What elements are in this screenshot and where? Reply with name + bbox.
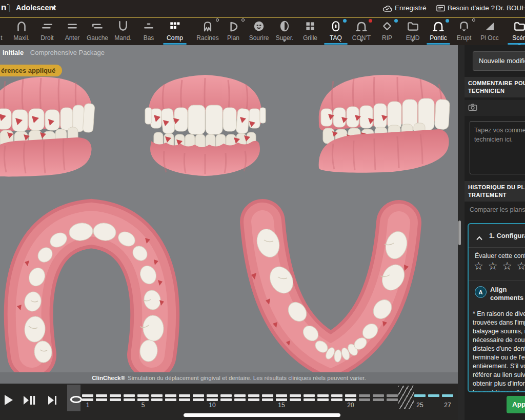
stage-tick-7[interactable] <box>165 394 176 401</box>
stage-tick-11[interactable] <box>220 394 232 401</box>
stage-tick-19[interactable] <box>331 394 342 401</box>
toolbar-item-maxil[interactable]: Maxil. <box>7 18 36 45</box>
toolbar-item-bas[interactable]: Bas <box>134 18 163 45</box>
toolbar-item-label: Sourire <box>245 34 273 42</box>
stage-tick-8[interactable] <box>179 394 190 401</box>
blue-badge-icon <box>394 19 398 23</box>
half-d-icon <box>227 20 239 32</box>
model-viewport[interactable]: initiale Comprehensive Package érences a… <box>0 45 458 384</box>
approve-button[interactable]: Appr <box>507 396 525 413</box>
star-icon[interactable]: ☆ <box>502 260 517 272</box>
stage-timeline: 151015202527 <box>0 384 458 420</box>
stage-tick-13[interactable] <box>248 394 259 401</box>
stage-number-15[interactable]: 15 <box>274 402 289 409</box>
stage-number-25[interactable]: 25 <box>412 402 428 409</box>
toolbar-item-emd[interactable]: EMD <box>398 18 427 45</box>
toolbar-item-label: Comp <box>160 34 189 42</box>
technician-comment-input[interactable]: Tapez vos commen technicien ici. <box>470 121 525 174</box>
compare-plans-control[interactable]: Comparer les plans <box>470 206 525 213</box>
hatched-stage[interactable] <box>398 386 414 409</box>
chat-help-icon <box>436 5 445 14</box>
stage-tick-15[interactable] <box>276 394 287 401</box>
arch-lower-icon <box>117 20 129 32</box>
stage-tick-10[interactable] <box>207 394 218 401</box>
help-link[interactable]: Besoin d'aide ? <box>448 4 495 12</box>
stage-tick-20[interactable] <box>345 394 356 401</box>
toolbar-item-super[interactable]: Super. <box>270 18 299 45</box>
star-icon[interactable]: ☆ <box>474 260 488 272</box>
skip-end-icon[interactable] <box>48 396 57 407</box>
toolbar-item-pontic[interactable]: Pontic <box>424 18 453 45</box>
stage-tick-5[interactable] <box>137 394 149 401</box>
toolbar-item-plan[interactable]: Plan <box>219 18 248 45</box>
stage-tick-14[interactable] <box>262 394 273 401</box>
patient-type-menu[interactable]: Adolescent <box>16 4 56 12</box>
stage-tick-22[interactable] <box>373 394 384 401</box>
toolbar-item-sc-n[interactable]: Scén <box>505 18 525 45</box>
stage-tick-4[interactable] <box>124 394 135 401</box>
toolbar-item-droit[interactable]: Droit <box>33 18 62 45</box>
stage-tick-17[interactable] <box>304 394 315 401</box>
stage-tick-12[interactable] <box>234 394 246 401</box>
avatar: A <box>475 286 487 298</box>
stage-tick-26[interactable] <box>428 394 439 397</box>
lines-equal-icon <box>66 20 78 32</box>
star-icon[interactable]: ☆ <box>516 260 525 272</box>
smile-face-icon <box>253 20 265 32</box>
toolbar-item-pl-occ[interactable]: Pl Occ <box>475 18 504 45</box>
toolbar-item-erupt[interactable]: Erupt <box>450 18 478 45</box>
brand-logo-partial: n˙ <box>1 3 9 13</box>
rating-stars[interactable]: ☆☆☆☆ <box>474 260 525 272</box>
stage-number-1[interactable]: 1 <box>80 402 95 409</box>
model-3d-canvas[interactable] <box>0 45 458 384</box>
star-icon[interactable]: ☆ <box>488 260 502 272</box>
new-modification-button[interactable]: Nouvelle modific <box>473 51 525 71</box>
stage-tick-18[interactable] <box>317 394 329 401</box>
configuration-title[interactable]: 1. Configura <box>489 232 525 239</box>
stage-tick-1[interactable] <box>82 394 93 401</box>
stage-tick-6[interactable] <box>151 394 163 401</box>
toolbar-item-rip[interactable]: RIP <box>373 18 401 45</box>
stage-tick-23[interactable] <box>387 394 398 401</box>
toolbar-item-comp[interactable]: Comp <box>160 18 189 45</box>
stage-number-20[interactable]: 20 <box>343 402 358 409</box>
toolbar-item-label: Grille <box>296 34 325 42</box>
stage-tick-16[interactable] <box>290 394 301 401</box>
toolbar-item-label: Mand. <box>109 34 137 42</box>
technician-comment-header-line1: COMMENTAIRE POUR <box>468 79 525 87</box>
superimpose-icon <box>278 20 291 32</box>
preferences-applied-badge: érences appliqué <box>0 65 62 76</box>
stage-tick-9[interactable] <box>193 394 204 401</box>
active-underline <box>324 43 348 45</box>
dropdown-caret-icon <box>411 39 415 44</box>
chevron-up-icon[interactable] <box>476 233 483 243</box>
stage-number-5[interactable]: 5 <box>135 402 151 409</box>
right-lateral-view <box>319 75 450 173</box>
stage-tick-3[interactable] <box>110 394 121 401</box>
play-icon[interactable] <box>5 395 13 407</box>
stage-tick-27[interactable] <box>442 394 453 397</box>
stage-tick-25[interactable] <box>414 394 426 397</box>
upper-occlusal-view <box>17 222 165 363</box>
toolbar-item-racines[interactable]: Racines <box>193 18 222 45</box>
stage-number-10[interactable]: 10 <box>205 402 220 409</box>
toolbar-item-sourire[interactable]: Sourire <box>245 18 273 45</box>
toolbar-item-taq[interactable]: TAQ <box>321 18 350 45</box>
vertical-scrollbar-thumb[interactable] <box>458 221 461 245</box>
toolbar-item-label: TAQ <box>321 34 350 42</box>
camera-icon[interactable] <box>468 103 477 113</box>
panel-gap <box>458 45 465 420</box>
toolbar-item-mand[interactable]: Mand. <box>109 18 137 45</box>
stage-tick-21[interactable] <box>359 394 370 401</box>
stage-tick-2[interactable] <box>96 394 107 401</box>
toolbar-item-gauche[interactable]: Gauche <box>83 18 112 45</box>
toolbar-item-grille[interactable]: Grille <box>296 18 325 45</box>
toolbar-item-con-t[interactable]: CON'T <box>347 18 376 45</box>
active-underline <box>508 43 525 45</box>
toolbar-item-anter[interactable]: Anter <box>58 18 87 45</box>
left-lateral-view <box>0 77 95 176</box>
play-pause-icon[interactable] <box>24 396 35 407</box>
stage-number-27[interactable]: 27 <box>440 402 455 409</box>
doctor-menu[interactable]: Dr. BOUHE <box>496 4 525 12</box>
timeline-scrollbar-thumb[interactable] <box>184 413 340 417</box>
